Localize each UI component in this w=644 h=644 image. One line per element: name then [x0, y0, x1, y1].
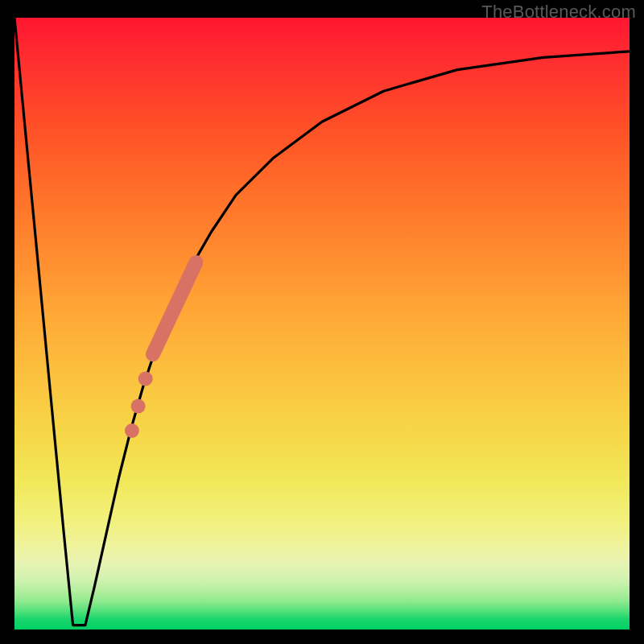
watermark-text: TheBottleneck.com [481, 2, 636, 23]
bottleneck-curve [14, 18, 630, 625]
salmon-dot-2 [131, 399, 146, 414]
highlight-band [153, 262, 196, 354]
curves-layer [14, 18, 630, 630]
salmon-dot-1 [138, 371, 153, 386]
chart-frame: TheBottleneck.com [0, 0, 644, 644]
plot-area [14, 18, 630, 630]
salmon-dot-3 [125, 423, 139, 438]
